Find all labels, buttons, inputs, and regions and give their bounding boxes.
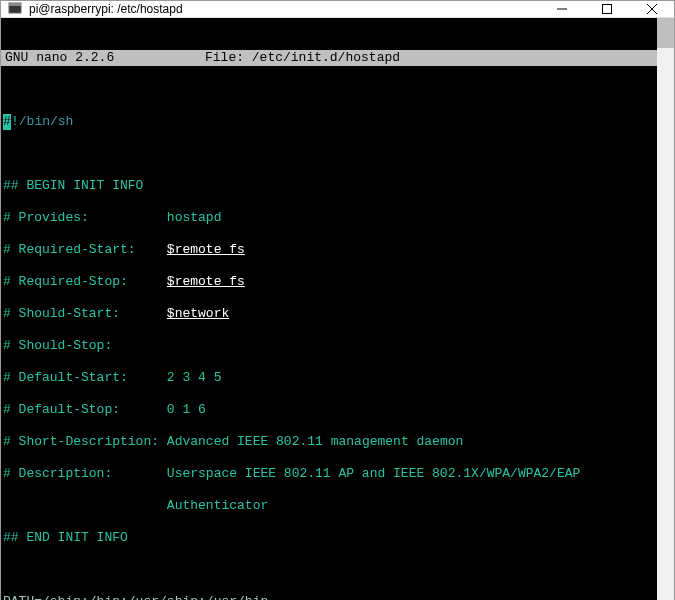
terminal-area: GNU nano 2.2.6 File: /etc/init.d/hostapd… [1, 18, 674, 600]
editor-line: # Should-Start: $network [1, 306, 657, 322]
editor-line: ## BEGIN INIT INFO [1, 178, 657, 194]
editor-line [1, 146, 657, 162]
nano-header: GNU nano 2.2.6 File: /etc/init.d/hostapd [1, 50, 657, 66]
editor-line: # Default-Stop: 0 1 6 [1, 402, 657, 418]
editor-line [1, 82, 657, 98]
editor-line: # Description: Userspace IEEE 802.11 AP … [1, 466, 657, 482]
scrollbar[interactable] [657, 18, 674, 600]
editor-line: # Short-Description: Advanced IEEE 802.1… [1, 434, 657, 450]
editor-line: # Required-Start: $remote_fs [1, 242, 657, 258]
window-title: pi@raspberrypi: /etc/hostapd [29, 2, 539, 16]
cursor: # [3, 114, 11, 130]
scroll-thumb[interactable] [657, 18, 674, 48]
nano-file: File: /etc/init.d/hostapd [205, 50, 653, 66]
nano-version: GNU nano 2.2.6 [5, 50, 205, 66]
window: pi@raspberrypi: /etc/hostapd GNU nano 2.… [0, 0, 675, 600]
editor-line: ## END INIT INFO [1, 530, 657, 546]
app-icon [7, 1, 23, 17]
window-controls [539, 1, 674, 17]
maximize-button[interactable] [584, 1, 629, 17]
svg-rect-3 [602, 5, 611, 14]
editor-line: # Should-Stop: [1, 338, 657, 354]
close-button[interactable] [629, 1, 674, 17]
editor-line: Authenticator [1, 498, 657, 514]
titlebar[interactable]: pi@raspberrypi: /etc/hostapd [1, 1, 674, 18]
editor-line: PATH=/sbin:/bin:/usr/sbin:/usr/bin [1, 594, 657, 600]
editor-line: # Provides: hostapd [1, 210, 657, 226]
editor-line: #!/bin/sh [1, 114, 657, 130]
editor-line: # Required-Stop: $remote_fs [1, 274, 657, 290]
editor-line [1, 562, 657, 578]
editor-line: # Default-Start: 2 3 4 5 [1, 370, 657, 386]
svg-rect-1 [9, 3, 21, 6]
minimize-button[interactable] [539, 1, 584, 17]
terminal[interactable]: GNU nano 2.2.6 File: /etc/init.d/hostapd… [1, 18, 657, 600]
